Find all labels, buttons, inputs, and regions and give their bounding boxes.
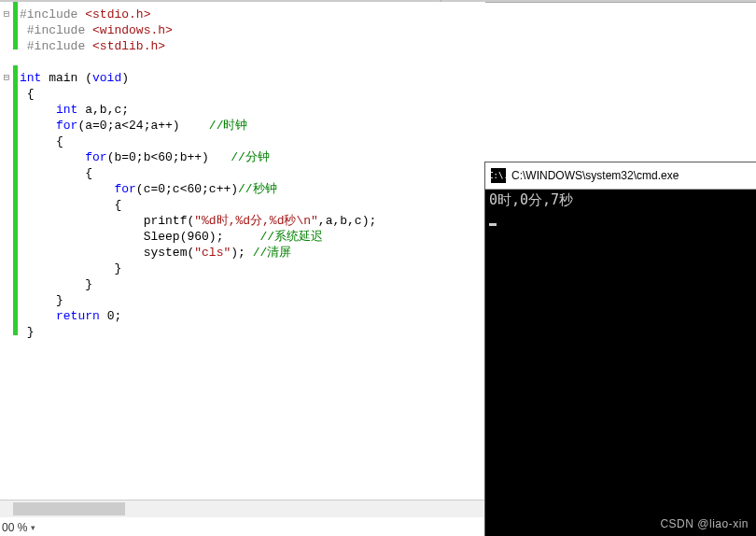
- zoom-dropdown-icon[interactable]: ▾: [31, 523, 35, 532]
- cmd-cursor: [489, 223, 497, 226]
- zoom-level[interactable]: 00 % ▾: [0, 518, 35, 536]
- scroll-thumb[interactable]: [13, 502, 125, 515]
- watermark: CSDN @liao-xin: [660, 517, 749, 530]
- cmd-output: 0时,0分,7秒: [485, 190, 756, 536]
- fold-toggle[interactable]: ⊟: [0, 70, 13, 86]
- cmd-icon: C:\.: [491, 168, 506, 183]
- fold-toggle[interactable]: ⊟: [0, 7, 13, 22]
- horizontal-scrollbar[interactable]: [0, 500, 485, 517]
- outline-margin[interactable]: ⊟ ⊟: [0, 2, 13, 514]
- code-text[interactable]: #include <stdio.h> #include <windows.h> …: [18, 2, 485, 514]
- cmd-titlebar[interactable]: C:\. C:\WINDOWS\system32\cmd.exe: [485, 162, 756, 190]
- cmd-window[interactable]: C:\. C:\WINDOWS\system32\cmd.exe 0时,0分,7…: [485, 162, 756, 536]
- code-editor[interactable]: ⊟ ⊟ #include <stdio.h> #include <windows…: [0, 2, 485, 514]
- zoom-value: 00 %: [2, 521, 27, 534]
- cmd-title-text: C:\WINDOWS\system32\cmd.exe: [511, 169, 679, 182]
